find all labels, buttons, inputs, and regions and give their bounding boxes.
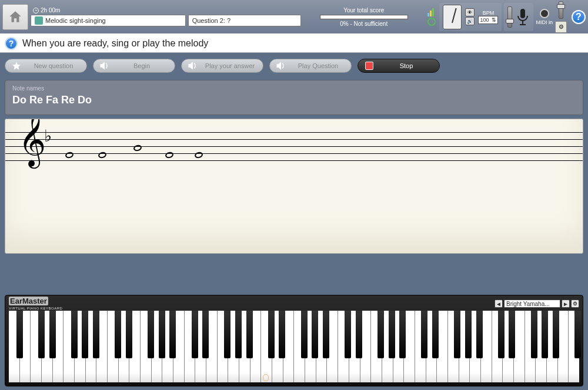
mic-level-slider[interactable]	[507, 6, 512, 28]
white-key[interactable]	[514, 311, 525, 382]
bpm-value: 100	[480, 17, 489, 23]
preset-next-button[interactable]: ►	[562, 300, 570, 308]
black-key[interactable]	[224, 311, 230, 358]
preset-name[interactable]: Bright Yamaha...	[504, 300, 560, 308]
treble-clef-icon: 𝄞	[18, 123, 46, 156]
black-key[interactable]	[323, 311, 329, 358]
instruction-bar: ? When you are ready, sing or play the m…	[0, 34, 588, 53]
black-key[interactable]	[531, 311, 537, 358]
microphone-icon[interactable]	[516, 8, 530, 26]
black-key[interactable]	[399, 311, 406, 358]
virtual-piano: EarMaster VIRTUAL PIANO KEYBOARD ◄ Brigh…	[5, 295, 583, 386]
note-names-header: Note names	[12, 85, 576, 92]
bpm-input[interactable]: 100 ⇅	[478, 16, 498, 24]
black-key[interactable]	[279, 311, 285, 358]
new-question-button[interactable]: New question	[5, 59, 87, 73]
black-key[interactable]	[421, 311, 427, 358]
preset-prev-button[interactable]: ◄	[495, 300, 503, 308]
time-text: 2h 00m	[41, 7, 60, 14]
metronome-group: 👁 🔊 BPM 100 ⇅	[439, 3, 502, 31]
home-icon	[8, 9, 23, 25]
note-names-text: Do Re Fa Re Do	[12, 94, 576, 106]
stepper-icon[interactable]: ⇅	[492, 17, 496, 23]
mic-group	[504, 3, 533, 31]
black-key[interactable]	[246, 311, 253, 358]
black-key[interactable]	[553, 311, 559, 358]
black-key[interactable]	[115, 311, 121, 358]
black-key[interactable]	[93, 311, 99, 358]
play-answer-label: Play your answer	[203, 62, 257, 69]
piano-keys	[9, 311, 579, 382]
black-key[interactable]	[192, 311, 198, 358]
preset-selector: ◄ Bright Yamaha... ► ⚙	[495, 300, 579, 308]
midi-label: MIDI in	[536, 19, 553, 25]
exercise-field[interactable]: Melodic sight-singing	[31, 15, 186, 26]
staff-lines	[5, 132, 583, 167]
bar-chart-icon[interactable]	[427, 8, 436, 16]
refresh-icon[interactable]	[427, 18, 436, 26]
speaker-icon	[276, 60, 286, 71]
new-question-label: New question	[26, 62, 81, 69]
white-key[interactable]	[558, 311, 569, 382]
play-answer-button[interactable]: Play your answer	[181, 59, 263, 73]
help-button[interactable]: ?	[572, 10, 586, 24]
black-key[interactable]	[432, 311, 439, 358]
black-key[interactable]	[202, 311, 209, 358]
question-field[interactable]: Question 2: ?	[188, 15, 301, 26]
black-key[interactable]	[169, 311, 176, 358]
midi-in-group: MIDI in	[536, 9, 553, 25]
exercise-icon	[35, 16, 43, 25]
black-key[interactable]	[82, 311, 88, 358]
white-key[interactable]	[481, 311, 492, 382]
top-toolbar: 2h 00m Melodic sight-singing Question 2:…	[0, 0, 588, 34]
star-icon	[11, 60, 22, 71]
black-key[interactable]	[356, 311, 362, 358]
begin-label: Begin	[115, 62, 169, 69]
score-label: Your total score	[343, 7, 384, 14]
midi-knob-icon[interactable]	[540, 9, 549, 18]
stats-icons	[426, 8, 437, 26]
black-key[interactable]	[476, 311, 483, 358]
black-key[interactable]	[235, 311, 242, 358]
speaker-icon[interactable]: 🔊	[465, 17, 475, 25]
piano-logo: EarMaster VIRTUAL PIANO KEYBOARD	[9, 297, 62, 311]
black-key[interactable]	[377, 311, 384, 358]
black-key[interactable]	[454, 311, 460, 358]
black-key[interactable]	[71, 311, 78, 358]
question-text: Question 2: ?	[192, 17, 230, 24]
black-key[interactable]	[38, 311, 45, 358]
black-key[interactable]	[542, 311, 548, 358]
score-area: Your total score 0% - Not sufficient	[303, 7, 424, 27]
black-key[interactable]	[389, 311, 395, 358]
exercise-info: 2h 00m Melodic sight-singing Question 2:…	[31, 7, 301, 26]
play-question-button[interactable]: Play Question	[269, 59, 352, 73]
volume-slider[interactable]	[559, 1, 563, 19]
stop-button[interactable]: Stop	[358, 59, 440, 73]
black-key[interactable]	[148, 311, 154, 358]
black-key[interactable]	[301, 311, 308, 358]
note-names-panel: Note names Do Re Fa Re Do	[5, 80, 583, 115]
eye-icon[interactable]: 👁	[465, 8, 475, 16]
black-key[interactable]	[49, 311, 56, 358]
preset-settings-button[interactable]: ⚙	[571, 300, 579, 308]
black-key[interactable]	[159, 311, 165, 358]
piano-subbrand: VIRTUAL PIANO KEYBOARD	[9, 307, 62, 310]
action-row: New question Begin Play your answer Play…	[0, 53, 588, 76]
home-button[interactable]	[2, 4, 28, 30]
black-key[interactable]	[574, 311, 581, 358]
black-key[interactable]	[509, 311, 515, 358]
piano-brand: EarMaster	[9, 297, 48, 305]
black-key[interactable]	[498, 311, 505, 358]
black-key[interactable]	[268, 311, 275, 358]
black-key[interactable]	[312, 311, 318, 358]
metronome-icon[interactable]	[443, 5, 462, 29]
black-key[interactable]	[345, 311, 351, 358]
time-display: 2h 00m	[31, 7, 301, 14]
bpm-label: BPM	[483, 10, 495, 16]
black-key[interactable]	[465, 311, 472, 358]
begin-button[interactable]: Begin	[93, 59, 175, 73]
stop-icon	[364, 60, 375, 71]
options-button[interactable]: ⚙	[555, 21, 567, 33]
black-key[interactable]	[16, 311, 23, 358]
black-key[interactable]	[126, 311, 132, 358]
